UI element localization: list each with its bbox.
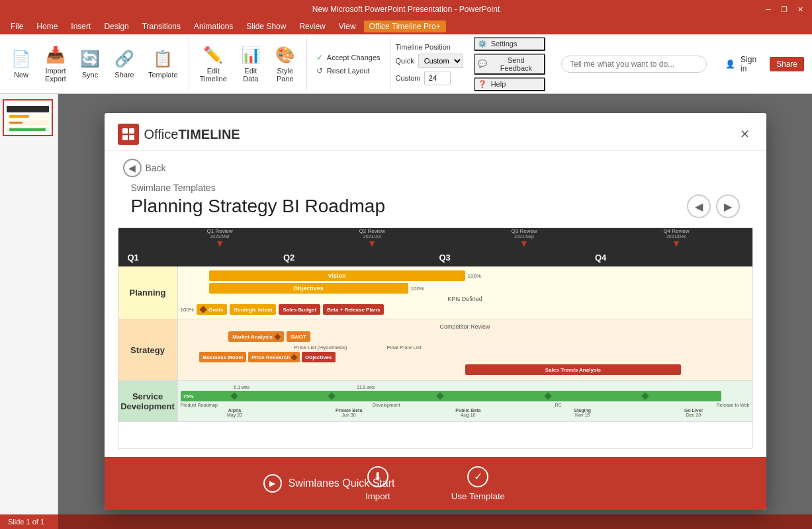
menu-review[interactable]: Review xyxy=(294,20,330,32)
phase-labels-row: 6.1 wks 21.9 wks xyxy=(181,385,750,389)
menu-officetimeline[interactable]: Office Timeline Pro+ xyxy=(364,20,446,32)
milestone-arrow-q1: ▼ xyxy=(215,239,224,248)
accept-changes-button[interactable]: ✓ Accept Changes xyxy=(312,52,384,63)
reset-layout-button[interactable]: ↺ Reset Layout xyxy=(312,65,384,77)
help-icon: ❓ xyxy=(478,80,487,89)
phase-names-row: Product Roadmap Development RC Release t… xyxy=(181,403,750,407)
sd-diamond-1 xyxy=(231,392,238,399)
nav-arrows: ◀ ▶ xyxy=(687,194,740,218)
title-bar-controls: ─ ❐ ✕ xyxy=(762,3,807,16)
dialog-footer: ▶ Swimlanes Quick Start ⬇ Import ✓ Use T… xyxy=(105,457,766,510)
close-button[interactable]: ✕ xyxy=(793,3,807,16)
ribbon-template-button[interactable]: 📋 Template xyxy=(143,37,183,91)
dialog-subtitle-container: Swimlane Templates xyxy=(105,180,766,193)
swimlane-planning: Planning Vision 100% xyxy=(118,266,752,319)
svg-rect-9 xyxy=(129,128,134,134)
swimlane-service-dev: ServiceDevelopment 6.1 wks 21.9 wks xyxy=(118,381,752,422)
quarter-q1: Q1 xyxy=(124,253,280,263)
ribbon-import-button[interactable]: 📥 ImportExport xyxy=(40,37,71,91)
share-top-button[interactable]: Share xyxy=(770,57,804,71)
prev-arrow[interactable]: ◀ xyxy=(687,194,711,218)
settings-button[interactable]: ⚙️ Settings xyxy=(474,37,545,51)
strategy-content: Competitor Review Market Analysis SWOT xyxy=(178,319,752,380)
menu-insert[interactable]: Insert xyxy=(66,20,96,32)
ribbon-edit-timeline-button[interactable]: ✏️ EditTimeline xyxy=(195,37,232,91)
goals-bar: Goals xyxy=(197,304,227,315)
send-feedback-button[interactable]: 💬 Send Feedback xyxy=(474,54,545,75)
menu-animations[interactable]: Animations xyxy=(189,20,238,32)
quarters-row: Q1 Q2 Q3 Q4 xyxy=(118,248,752,266)
slide-thumbnail[interactable] xyxy=(3,99,53,136)
objectives-bar: Objectives xyxy=(209,283,408,294)
sales-trends-bar: Sales Trends Analysis xyxy=(465,364,682,375)
next-arrow[interactable]: ▶ xyxy=(716,194,740,218)
menu-home[interactable]: Home xyxy=(31,20,63,32)
menu-file[interactable]: File xyxy=(5,20,28,32)
edit-data-icon: 📊 xyxy=(241,46,261,64)
position-row: Timeline Position xyxy=(396,43,463,51)
tell-me-input[interactable] xyxy=(561,56,707,73)
changes-small-group: ✓ Accept Changes ↺ Reset Layout xyxy=(312,37,384,91)
ribbon-edit-data-button[interactable]: 📊 EditData xyxy=(235,37,267,91)
svg-rect-8 xyxy=(122,128,128,134)
price-diamond xyxy=(291,354,298,360)
logo-icon xyxy=(118,124,139,145)
reset-icon: ↺ xyxy=(316,66,323,75)
service-dev-bar: 75% xyxy=(181,391,721,401)
milestone-arrow-q2: ▼ xyxy=(367,239,377,248)
svg-rect-3 xyxy=(9,115,29,118)
market-diamond xyxy=(274,333,281,340)
product-roadmap-label: Product Roadmap xyxy=(181,403,218,407)
ribbon-new-button[interactable]: 📄 New xyxy=(5,37,37,91)
help-button[interactable]: ❓ Help xyxy=(474,77,545,91)
menu-design[interactable]: Design xyxy=(99,20,134,32)
sales-trends-row: Sales Trends Analysis xyxy=(181,364,750,375)
user-icon: 👤 xyxy=(725,60,735,69)
use-template-button[interactable]: ✓ Use Template xyxy=(441,461,516,507)
template-dialog: OfficeTIMELINE ✕ ◀ Back Swimlane Templat… xyxy=(105,113,766,510)
ribbon-style-pane-button[interactable]: 🎨 StylePane xyxy=(269,37,301,91)
restore-button[interactable]: ❐ xyxy=(778,3,791,16)
dialog-header: OfficeTIMELINE ✕ xyxy=(105,113,766,151)
service-dev-content: 6.1 wks 21.9 wks xyxy=(178,381,752,421)
menu-transitions[interactable]: Transitions xyxy=(137,20,186,32)
dialog-close-button[interactable]: ✕ xyxy=(737,126,753,142)
menu-bar: File Home Insert Design Transitions Anim… xyxy=(0,19,812,34)
menu-slideshow[interactable]: Slide Show xyxy=(241,20,291,32)
ribbon-sync-button[interactable]: 🔄 Sync xyxy=(74,37,106,91)
menu-view[interactable]: View xyxy=(334,20,361,32)
back-button[interactable]: ◀ Back xyxy=(118,156,171,180)
ribbon-share-button[interactable]: 🔗 Share xyxy=(109,37,140,91)
custom-value-input[interactable] xyxy=(424,71,451,85)
rc-label: RC xyxy=(555,403,562,407)
play-icon: ▶ xyxy=(263,474,282,493)
timeline-header: Q1 Review 2021/Mar ▼ Q2 Review 2021/Jul … xyxy=(118,228,752,266)
service-dev-label: ServiceDevelopment xyxy=(118,381,178,421)
logo-text: OfficeTIMELINE xyxy=(144,127,240,142)
milestone-arrow-q3: ▼ xyxy=(519,239,529,248)
check-icon: ✓ xyxy=(316,53,323,62)
slide-panel-item: 1 xyxy=(3,99,55,136)
quick-dropdown[interactable]: Custom Top Bottom xyxy=(418,54,463,68)
tell-me-bar xyxy=(551,37,717,91)
dialog-logo: OfficeTIMELINE xyxy=(118,124,240,145)
minimize-button[interactable]: ─ xyxy=(762,3,775,16)
svg-rect-1 xyxy=(7,106,49,112)
quarter-q2: Q2 xyxy=(279,253,435,263)
sign-in-label[interactable]: Sign in xyxy=(741,55,764,73)
strategic-intent-bar: Strategic Intent xyxy=(230,304,276,315)
style-pane-icon: 🎨 xyxy=(275,46,295,64)
vision-pct: 100% xyxy=(468,273,481,279)
new-icon: 📄 xyxy=(11,50,31,68)
gear-icon: ⚙️ xyxy=(478,40,487,48)
market-analysis-bar: Market Analysis xyxy=(228,331,284,342)
objectives-row: Objectives 100% xyxy=(181,283,750,294)
quick-start-section[interactable]: ▶ Swimlanes Quick Start xyxy=(263,474,395,493)
quick-start-label: Swimlanes Quick Start xyxy=(289,477,395,489)
svg-rect-11 xyxy=(129,135,134,140)
kpis-row: 100% Goals Strategic Intent Sales Budget… xyxy=(181,304,750,315)
milestone-q2: Q2 Review 2021/Jul ▼ xyxy=(359,228,385,248)
use-template-icon: ✓ xyxy=(467,466,488,487)
quarter-q4: Q4 xyxy=(591,253,747,263)
business-model-row: Business Model Price Research Objectives xyxy=(181,352,750,362)
